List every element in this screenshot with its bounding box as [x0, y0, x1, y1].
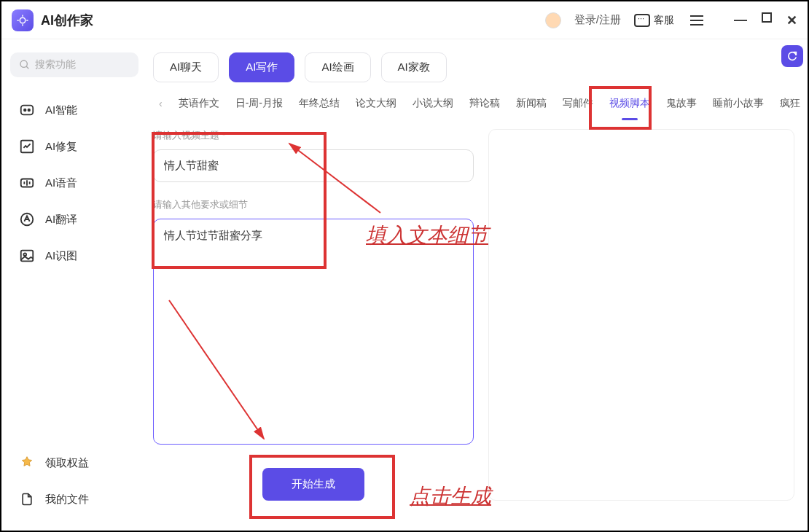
svg-point-1: [20, 60, 27, 67]
svg-point-0: [20, 17, 26, 23]
sub-tab-item[interactable]: 新闻稿: [516, 94, 547, 113]
tab-ai-draw[interactable]: AI绘画: [305, 52, 370, 82]
sub-tab-item[interactable]: 疯狂: [780, 94, 800, 113]
app-logo-icon: [12, 9, 34, 31]
details-label: 请输入其他要求或细节: [153, 198, 474, 211]
close-button[interactable]: ✕: [786, 12, 797, 28]
gift-icon: [19, 455, 35, 471]
sidebar-item-label: 我的文件: [45, 493, 89, 506]
tab-ai-tutor[interactable]: AI家教: [381, 52, 447, 82]
sidebar-item-label: 领取权益: [45, 456, 89, 470]
sidebar-item-label: AI智能: [45, 103, 77, 117]
tab-ai-chat[interactable]: AI聊天: [153, 52, 219, 82]
tab-ai-write[interactable]: AI写作: [229, 52, 294, 82]
sub-tab-item[interactable]: 论文大纲: [356, 94, 396, 113]
details-textarea[interactable]: [153, 219, 474, 445]
refresh-icon: [786, 50, 798, 62]
sub-tab-item[interactable]: 辩论稿: [469, 94, 500, 113]
repair-icon: [19, 138, 35, 154]
login-register-link[interactable]: 登录/注册: [574, 13, 621, 27]
avatar[interactable]: [545, 12, 561, 28]
sub-tab-item-active[interactable]: 视频脚本: [609, 94, 650, 113]
sidebar-item-label: AI语音: [45, 176, 77, 190]
search-box[interactable]: 搜索功能: [10, 52, 138, 77]
minimize-button[interactable]: —: [734, 12, 747, 28]
required-indicator: *: [222, 130, 226, 141]
sub-tab-item[interactable]: 鬼故事: [666, 94, 697, 113]
chat-icon: [634, 14, 650, 27]
topic-label: 请输入视频主题 *: [153, 129, 474, 142]
main-content: AI聊天 AI写作 AI绘画 AI家教 ‹ 英语作文 日-周-月报 年终总结 论…: [147, 39, 808, 531]
file-icon: [19, 491, 35, 507]
sidebar-item-label: AI修复: [45, 140, 77, 154]
main-tabs: AI聊天 AI写作 AI绘画 AI家教: [153, 52, 794, 82]
ai-brain-icon: [19, 102, 35, 118]
refresh-button[interactable]: [781, 45, 803, 67]
sub-tab-item[interactable]: 睡前小故事: [713, 94, 764, 113]
image-icon: [19, 248, 35, 264]
svg-rect-2: [21, 106, 34, 115]
sub-tabs-prev[interactable]: ‹: [159, 98, 163, 109]
sidebar-item-myfiles[interactable]: 我的文件: [10, 481, 138, 517]
sub-tab-item[interactable]: 英语作文: [179, 94, 219, 113]
svg-point-9: [23, 253, 26, 256]
translate-icon: [19, 211, 35, 227]
sidebar-item-label: AI翻译: [45, 213, 77, 227]
sidebar-item-ai-shitu[interactable]: AI识图: [10, 238, 138, 274]
sub-tab-item[interactable]: 年终总结: [299, 94, 340, 113]
sidebar-item-ai-zhineng[interactable]: AI智能: [10, 92, 138, 128]
search-icon: [19, 59, 31, 71]
result-panel: [488, 129, 794, 501]
search-placeholder: 搜索功能: [35, 58, 76, 71]
svg-point-3: [24, 109, 26, 112]
generate-button[interactable]: 开始生成: [262, 468, 364, 501]
customer-service-label: 客服: [654, 14, 674, 27]
sub-tab-item[interactable]: 小说大纲: [413, 94, 453, 113]
hamburger-menu-icon[interactable]: [687, 15, 706, 26]
app-title: AI创作家: [41, 12, 93, 29]
title-bar: AI创作家 登录/注册 客服 — ✕: [1, 1, 808, 39]
sidebar-item-quanyi[interactable]: 领取权益: [10, 445, 138, 481]
svg-rect-8: [21, 251, 34, 262]
svg-point-4: [28, 109, 30, 112]
sub-tabs: ‹ 英语作文 日-周-月报 年终总结 论文大纲 小说大纲 辩论稿 新闻稿 写邮件…: [153, 94, 794, 113]
maximize-button[interactable]: [762, 12, 772, 23]
sidebar-item-ai-yuyin[interactable]: AI语音: [10, 165, 138, 201]
voice-icon: [19, 175, 35, 191]
sidebar-item-ai-xiufu[interactable]: AI修复: [10, 128, 138, 165]
sidebar-item-ai-fanyi[interactable]: AI翻译: [10, 201, 138, 238]
sub-tab-item[interactable]: 日-周-月报: [235, 94, 283, 113]
sub-tab-item[interactable]: 写邮件: [563, 94, 593, 113]
customer-service-button[interactable]: 客服: [634, 14, 674, 27]
sidebar: 搜索功能 AI智能 AI修复 AI语音 AI翻译: [1, 39, 147, 531]
form-panel: 请输入视频主题 * 请输入其他要求或细节 开始生成: [153, 129, 474, 501]
sidebar-item-label: AI识图: [45, 249, 77, 263]
topic-input[interactable]: [153, 149, 474, 182]
